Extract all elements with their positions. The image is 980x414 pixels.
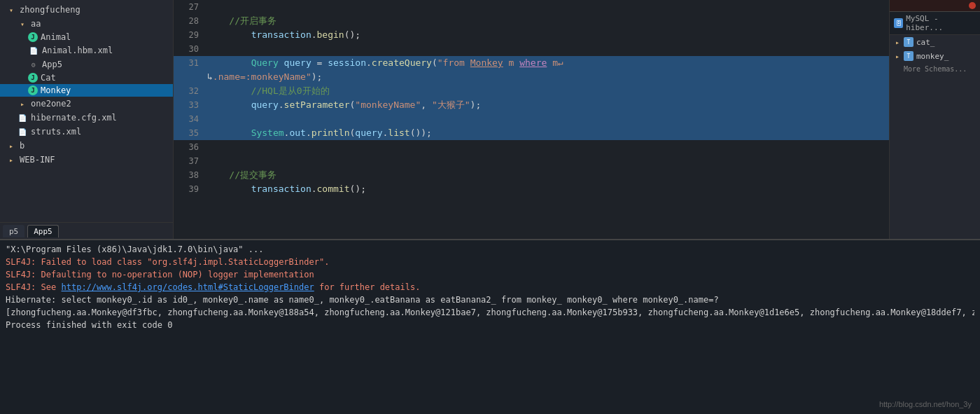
folder-icon: ▸ [6, 140, 17, 151]
tree-label: App5 [42, 60, 62, 69]
line-number: 32 [179, 84, 199, 98]
code-text: //开启事务 [207, 14, 276, 28]
right-panel-header: 🗄 MySQL - hiber... [890, 12, 980, 35]
console-link[interactable]: http://www.slf4j.org/codes.html#StaticLo… [61, 282, 314, 292]
line-number: 35 [179, 126, 199, 140]
sidebar-tree: ▾ zhongfucheng ▾ aa J Animal 📄 Animal.hb… [0, 0, 173, 222]
tree-item-b[interactable]: ▸ b [0, 139, 173, 153]
tree-label: struts.xml [31, 127, 81, 137]
line-number: 36 [179, 140, 199, 154]
tree-label: hibernate.cfg.xml [31, 113, 117, 123]
tree-item-animal[interactable]: J Animal [0, 31, 173, 43]
more-schemas-label: More Schemas... [895, 65, 967, 73]
right-panel-more-schemas[interactable]: More Schemas... [890, 63, 980, 75]
tree-item-webinf[interactable]: ▸ WEB-INF [0, 153, 173, 167]
right-panel-item-label: cat_ [916, 38, 935, 47]
gear-icon: ⚙ [28, 59, 39, 70]
console-line-4: Hibernate: select monkey0_.id as id0_, m… [6, 294, 974, 306]
code-text: transaction.commit(); [207, 182, 366, 196]
tab-label: p5 [9, 227, 18, 236]
tree-item-zhongfucheng[interactable]: ▾ zhongfucheng [0, 3, 173, 17]
code-line-31b: 31 ↳.name=:monkeyName"); [174, 70, 889, 84]
console-text: "X:\Program Files (x86)\Java\jdk1.7.0\bi… [6, 244, 263, 254]
tab-app5[interactable]: App5 [27, 225, 59, 237]
code-line-30: 30 [174, 42, 889, 56]
line-number: 30 [179, 42, 199, 56]
line-number: 33 [179, 98, 199, 112]
tree-label: one2one2 [31, 99, 71, 109]
tree-item-cat[interactable]: J Cat [0, 71, 173, 84]
console-text: Hibernate: select monkey0_.id as id0_, m… [6, 295, 719, 305]
tree-label: Cat [41, 73, 56, 83]
console-area: "X:\Program Files (x86)\Java\jdk1.7.0\bi… [0, 239, 980, 414]
code-line-29: 29 transaction.begin(); [174, 28, 889, 42]
code-line-27: 27 [174, 0, 889, 14]
tree-item-app5[interactable]: ⚙ App5 [0, 57, 173, 71]
table-icon: T [904, 51, 913, 61]
code-line-34: 34 [174, 112, 889, 126]
tree-item-aa[interactable]: ▾ aa [0, 17, 173, 31]
line-number: 31 [179, 56, 199, 70]
xml-icon: 📄 [17, 112, 28, 123]
folder-icon: ▸ [6, 154, 17, 165]
console-line-5: [zhongfucheng.aa.Monkey@df3fbc, zhongfuc… [6, 306, 974, 319]
code-content[interactable]: 27 28 //开启事务 29 transaction.begin(); 30 [174, 0, 889, 239]
console-text: Process finished with exit code 0 [6, 320, 172, 330]
console-line-7: Process finished with exit code 0 [6, 319, 974, 331]
code-line-39: 39 transaction.commit(); [174, 182, 889, 196]
db-icon: 🗄 [894, 18, 903, 28]
sidebar: ▾ zhongfucheng ▾ aa J Animal 📄 Animal.hb… [0, 0, 174, 239]
console-text: SLF4J: Defaulting to no-operation (NOP) … [6, 270, 314, 280]
console-line-2: SLF4J: Defaulting to no-operation (NOP) … [6, 268, 974, 281]
line-number: 28 [179, 14, 199, 28]
right-panel-title: MySQL - hiber... [906, 14, 976, 32]
tab-p5[interactable]: p5 [3, 225, 24, 237]
tree-label: WEB-INF [20, 155, 55, 165]
code-line-38: 38 //提交事务 [174, 168, 889, 182]
code-line-37: 37 [174, 154, 889, 168]
line-number: 34 [179, 112, 199, 126]
tree-label: Monkey [41, 85, 71, 95]
main-area: ▾ zhongfucheng ▾ aa J Animal 📄 Animal.hb… [0, 0, 980, 239]
right-panel-item-label: monkey_ [916, 52, 948, 61]
java-icon: J [28, 85, 38, 95]
code-line-35: 35 System.out.println(query.list()); [174, 126, 889, 140]
close-button[interactable] [969, 2, 976, 9]
right-panel-cat[interactable]: ▸ T cat_ [890, 35, 980, 49]
line-number: 38 [179, 168, 199, 182]
tree-label: aa [31, 19, 41, 29]
tree-item-animal-xml[interactable]: 📄 Animal.hbm.xml [0, 43, 173, 57]
code-text: //HQL是从0开始的 [207, 84, 330, 98]
console-output[interactable]: "X:\Program Files (x86)\Java\jdk1.7.0\bi… [0, 240, 980, 414]
code-text: //提交事务 [207, 168, 276, 182]
code-text: System.out.println(query.list()); [207, 126, 432, 140]
code-line-32: 32 //HQL是从0开始的 [174, 84, 889, 98]
tree-item-one2one2[interactable]: ▸ one2one2 [0, 97, 173, 111]
java-icon: J [28, 73, 38, 83]
tree-item-hibernate-cfg[interactable]: 📄 hibernate.cfg.xml [0, 111, 173, 125]
folder-icon: ▾ [6, 4, 17, 15]
tree-label: zhongfucheng [20, 5, 80, 15]
right-panel-monkey[interactable]: ▸ T monkey_ [890, 49, 980, 63]
line-number: 29 [179, 28, 199, 42]
console-line-1: SLF4J: Failed to load class "org.slf4j.i… [6, 256, 974, 268]
console-line-3: SLF4J: See http://www.slf4j.org/codes.ht… [6, 281, 974, 294]
tree-label: Animal [41, 32, 71, 42]
right-panel: 🗄 MySQL - hiber... ▸ T cat_ ▸ T monkey_ … [889, 0, 980, 239]
line-number: 31 [179, 70, 199, 84]
line-number: 37 [179, 154, 199, 168]
tree-label: b [20, 141, 24, 151]
code-line-28: 28 //开启事务 [174, 14, 889, 28]
code-text: ↳.name=:monkeyName"); [207, 70, 322, 84]
tab-label: App5 [34, 227, 52, 236]
code-line-31: 31 Query query = session.createQuery("fr… [174, 56, 889, 70]
code-line-33: 33 query.setParameter("monkeyName", "大猴子… [174, 98, 889, 112]
editor-area: 27 28 //开启事务 29 transaction.begin(); 30 [174, 0, 889, 239]
xml-icon: 📄 [17, 126, 28, 137]
code-text: transaction.begin(); [207, 28, 360, 42]
xml-icon: 📄 [28, 45, 39, 56]
watermark: http://blog.csdn.net/hon_3y [879, 400, 972, 408]
java-icon: J [28, 32, 38, 42]
tree-item-monkey[interactable]: J Monkey [0, 84, 173, 97]
tree-item-struts-xml[interactable]: 📄 struts.xml [0, 125, 173, 139]
